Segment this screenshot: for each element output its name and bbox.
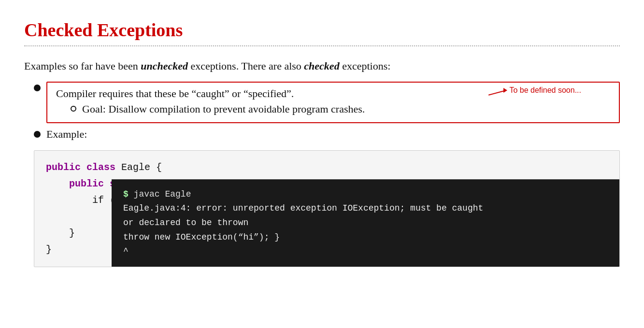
bullet-dot-2	[34, 131, 41, 138]
intro-checked: checked	[304, 60, 339, 72]
section-divider	[24, 45, 620, 46]
list-item-2: Example:	[34, 128, 620, 141]
sub-item-1-text: Goal: Disallow compilation to prevent av…	[82, 103, 365, 115]
intro-text-middle: exceptions. There are also	[188, 60, 304, 72]
terminal-line-3: throw new IOException(“hi”); }	[123, 232, 280, 242]
annotation-text: To be defined soon...	[509, 85, 581, 96]
terminal-caret: ^	[123, 246, 129, 256]
sub-list-item-1: Goal: Disallow compilation to prevent av…	[71, 103, 610, 115]
terminal-overlay: $ javac Eagle Eagle.java:4: error: unrep…	[112, 179, 619, 267]
intro-text-before: Examples so far have been	[24, 60, 141, 72]
bullet-circle-1	[71, 106, 76, 112]
annotation-label: To be defined soon...	[488, 85, 581, 96]
sub-list-1: Goal: Disallow compilation to prevent av…	[71, 103, 610, 115]
page-title: Checked Exceptions	[24, 19, 620, 41]
intro-paragraph: Examples so far have been unchecked exce…	[24, 58, 620, 74]
code-line-1: public class Eagle {	[46, 159, 608, 176]
annotation-arrow-icon	[488, 86, 507, 94]
list-item-1-text: Compiler requires that these be “caught”…	[56, 87, 294, 100]
code-block: public class Eagle { public static void …	[34, 150, 620, 267]
list-item-2-text: Example:	[46, 128, 87, 141]
bullet-dot-1	[34, 85, 41, 91]
intro-unchecked: unchecked	[141, 60, 188, 72]
kw-public-1: public	[46, 162, 81, 173]
terminal-line-2: or declared to be thrown	[123, 218, 248, 228]
terminal-line-1: Eagle.java:4: error: unreported exceptio…	[123, 203, 483, 213]
terminal-dollar: $	[123, 189, 129, 199]
kw-public-2: public	[69, 178, 104, 189]
intro-text-after: exceptions:	[340, 60, 391, 72]
terminal-command: $ javac Eagle	[123, 189, 191, 199]
kw-class: class	[86, 162, 115, 173]
